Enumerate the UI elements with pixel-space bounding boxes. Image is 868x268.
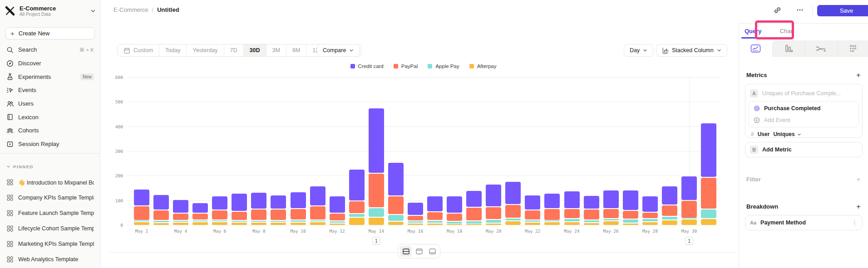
save-button[interactable]: Save bbox=[817, 5, 868, 16]
bar-segment-credit-card[interactable] bbox=[427, 196, 443, 211]
legend-item-credit-card[interactable]: Credit card bbox=[350, 63, 384, 69]
more-options-icon[interactable] bbox=[794, 5, 806, 15]
bar-segment-apple-pay[interactable] bbox=[251, 221, 266, 222]
bar-segment-apple-pay[interactable] bbox=[701, 210, 716, 218]
bar-segment-credit-card[interactable] bbox=[310, 186, 326, 205]
pinned-board-item[interactable]: Lifecycle Cohort Sample Temp bbox=[0, 221, 100, 236]
bar-segment-credit-card[interactable] bbox=[232, 194, 247, 210]
bar-segment-credit-card[interactable] bbox=[564, 191, 580, 208]
bar-segment-apple-pay[interactable] bbox=[486, 220, 501, 223]
bar-segment-apple-pay[interactable] bbox=[642, 219, 658, 221]
bar-segment-paypal[interactable] bbox=[662, 205, 677, 216]
bar-segment-apple-pay[interactable] bbox=[584, 220, 599, 223]
sidebar-item-users[interactable]: Users bbox=[0, 97, 100, 111]
kebab-menu-icon[interactable]: ⋮ bbox=[852, 219, 858, 226]
bar-segment-apple-pay[interactable] bbox=[388, 215, 404, 221]
bar-segment-paypal[interactable] bbox=[251, 210, 266, 219]
annotation-badge[interactable]: 1 bbox=[372, 237, 380, 245]
breakdown-card[interactable]: Aa Payment Method ⋮ bbox=[745, 215, 863, 230]
granularity-button[interactable]: Day bbox=[624, 44, 653, 57]
bar-segment-paypal[interactable] bbox=[212, 210, 227, 219]
bar-segment-afterpay[interactable] bbox=[681, 219, 697, 225]
bar-segment-afterpay[interactable] bbox=[251, 223, 266, 225]
legend-item-paypal[interactable]: PayPal bbox=[394, 63, 418, 69]
bar-segment-afterpay[interactable] bbox=[330, 224, 345, 225]
bar-segment-credit-card[interactable] bbox=[662, 186, 677, 205]
bar-segment-paypal[interactable] bbox=[271, 210, 286, 219]
count-type-row[interactable]: # User Uniques bbox=[745, 127, 862, 141]
copy-link-icon[interactable] bbox=[771, 5, 783, 15]
pinned-board-item[interactable]: Feature Launch Sample Templa bbox=[0, 205, 100, 221]
bar-segment-paypal[interactable] bbox=[584, 210, 599, 219]
bar-segment-paypal[interactable] bbox=[173, 214, 188, 219]
table-only-toggle[interactable] bbox=[426, 246, 438, 257]
bar-segment-apple-pay[interactable] bbox=[681, 218, 697, 219]
bar-segment-paypal[interactable] bbox=[408, 216, 423, 220]
sidebar-item-session-replay[interactable]: Session Replay bbox=[0, 137, 100, 151]
bar-segment-apple-pay[interactable] bbox=[349, 214, 365, 217]
tab-chart[interactable]: Chart bbox=[768, 24, 801, 40]
bar-segment-credit-card[interactable] bbox=[701, 123, 716, 177]
bar-segment-credit-card[interactable] bbox=[349, 170, 365, 201]
bar-segment-afterpay[interactable] bbox=[544, 222, 560, 225]
bar-segment-afterpay[interactable] bbox=[505, 221, 521, 225]
bar-segment-paypal[interactable] bbox=[349, 201, 365, 213]
sidebar-item-cohorts[interactable]: Cohorts bbox=[0, 124, 100, 137]
bar-segment-apple-pay[interactable] bbox=[427, 221, 443, 223]
bar-segment-afterpay[interactable] bbox=[291, 223, 306, 225]
bar-segment-paypal[interactable] bbox=[466, 208, 482, 220]
bar-segment-afterpay[interactable] bbox=[192, 222, 208, 225]
annotation-badge[interactable]: 1 bbox=[685, 237, 693, 245]
range-custom[interactable]: Custom bbox=[118, 44, 159, 56]
bar-segment-paypal[interactable] bbox=[603, 209, 619, 218]
bar-segment-credit-card[interactable] bbox=[330, 196, 345, 213]
bar-segment-afterpay[interactable] bbox=[701, 219, 716, 225]
pinned-board-item[interactable]: Marketing KPIs Sample Templat bbox=[0, 236, 100, 252]
bar-segment-apple-pay[interactable] bbox=[603, 219, 619, 220]
bar-segment-paypal[interactable] bbox=[153, 210, 169, 220]
bar-segment-apple-pay[interactable] bbox=[662, 217, 677, 219]
metric-a-name-row[interactable]: A Uniques of Purchase Comple... bbox=[745, 86, 862, 101]
bar-segment-apple-pay[interactable] bbox=[544, 220, 560, 221]
bar-segment-credit-card[interactable] bbox=[466, 191, 482, 207]
bar-segment-credit-card[interactable] bbox=[642, 196, 658, 211]
bar-segment-credit-card[interactable] bbox=[271, 195, 286, 209]
bar-segment-afterpay[interactable] bbox=[603, 221, 619, 225]
bar-segment-paypal[interactable] bbox=[486, 207, 501, 219]
bar-segment-credit-card[interactable] bbox=[134, 190, 149, 205]
bar-segment-afterpay[interactable] bbox=[623, 224, 638, 225]
bar-segment-afterpay[interactable] bbox=[564, 222, 580, 225]
bar-segment-credit-card[interactable] bbox=[544, 194, 560, 208]
bar-segment-afterpay[interactable] bbox=[525, 223, 540, 225]
bar-segment-paypal[interactable] bbox=[427, 212, 443, 220]
bar-segment-afterpay[interactable] bbox=[212, 222, 227, 225]
bar-segment-afterpay[interactable] bbox=[584, 223, 599, 225]
bar-segment-credit-card[interactable] bbox=[505, 182, 521, 204]
create-new-button[interactable]: + Create New bbox=[5, 27, 95, 39]
breadcrumb-report-title[interactable]: Untitled bbox=[157, 6, 179, 13]
bar-segment-paypal[interactable] bbox=[134, 206, 149, 220]
bar-segment-apple-pay[interactable] bbox=[310, 220, 326, 222]
bar-segment-credit-card[interactable] bbox=[388, 163, 404, 195]
count-entity[interactable]: User bbox=[758, 131, 770, 137]
bar-segment-afterpay[interactable] bbox=[642, 222, 658, 225]
bar-segment-credit-card[interactable] bbox=[486, 185, 501, 206]
pinned-board-item[interactable]: 👋 Introduction to Mixpanel Bo bbox=[0, 175, 100, 190]
bar-segment-apple-pay[interactable] bbox=[173, 221, 188, 222]
range-today[interactable]: Today bbox=[159, 44, 186, 56]
sidebar-item-experiments[interactable]: ExperimentsNew bbox=[0, 70, 100, 83]
bar-segment-afterpay[interactable] bbox=[153, 223, 169, 225]
bar-segment-apple-pay[interactable] bbox=[564, 219, 580, 222]
legend-item-afterpay[interactable]: Afterpay bbox=[469, 63, 497, 69]
bar-segment-credit-card[interactable] bbox=[525, 195, 540, 210]
bar-segment-paypal[interactable] bbox=[388, 196, 404, 214]
range-yesterday[interactable]: Yesterday bbox=[186, 44, 223, 56]
bar-segment-afterpay[interactable] bbox=[427, 224, 443, 225]
bar-segment-apple-pay[interactable] bbox=[134, 220, 149, 221]
add-metric-plus-icon[interactable]: + bbox=[856, 71, 861, 79]
bar-segment-afterpay[interactable] bbox=[447, 224, 462, 225]
bar-segment-credit-card[interactable] bbox=[584, 196, 599, 209]
bar-segment-apple-pay[interactable] bbox=[525, 220, 540, 222]
sidebar-item-search[interactable]: Search⌘ + K bbox=[0, 43, 100, 57]
tab-retention[interactable] bbox=[837, 40, 868, 57]
